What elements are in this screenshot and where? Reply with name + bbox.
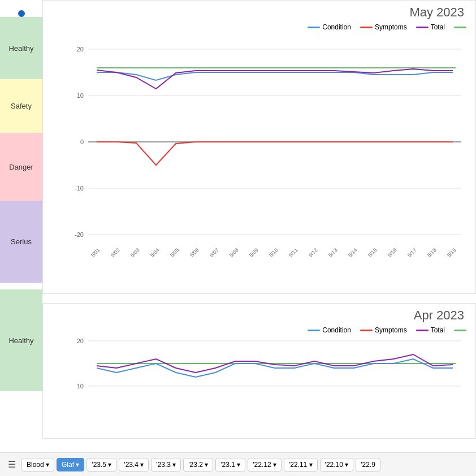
svg-text:5/17: 5/17: [406, 247, 417, 258]
svg-text:-10: -10: [75, 185, 84, 192]
toolbar-22-10[interactable]: '22.10 ▾: [320, 458, 354, 471]
svg-text:5/12: 5/12: [308, 247, 318, 258]
sidebar-healthy-2: Healthy: [0, 289, 42, 391]
sidebar-serius: Serius: [0, 201, 42, 283]
svg-text:5/05: 5/05: [169, 247, 180, 258]
toolbar-23-2[interactable]: '23.2 ▾: [183, 458, 213, 471]
svg-text:5/11: 5/11: [288, 247, 298, 258]
toolbar: ☰ Blood ▾ Glaf ▾ '23.5 ▾ '23.4 ▾ '23.3 ▾…: [0, 452, 476, 476]
chart1-legend: Condition Symptoms Total: [43, 20, 475, 32]
toolbar-22-11[interactable]: '22.11 ▾: [284, 458, 318, 471]
svg-text:5/07: 5/07: [209, 247, 219, 258]
legend-total-label: Total: [431, 23, 445, 31]
svg-text:5/06: 5/06: [189, 247, 200, 258]
legend2-symptoms: Symptoms: [360, 326, 407, 334]
chart2-legend: Condition Symptoms Total: [43, 323, 475, 335]
svg-text:20: 20: [77, 46, 84, 53]
svg-text:10: 10: [77, 92, 84, 99]
svg-text:20: 20: [77, 337, 84, 344]
chart2-svg-wrap: 20 10: [43, 335, 475, 422]
svg-text:5/04: 5/04: [149, 247, 160, 258]
sidebar: Healthy Safety Danger Serius Healthy: [0, 0, 42, 452]
legend2-green: [454, 330, 466, 331]
legend2-condition: Condition: [308, 326, 351, 334]
svg-text:5/09: 5/09: [248, 247, 259, 258]
toolbar-glaf[interactable]: Glaf ▾: [57, 458, 84, 471]
svg-text:5/18: 5/18: [426, 247, 437, 258]
svg-text:5/03: 5/03: [129, 247, 140, 258]
toolbar-23-1[interactable]: '23.1 ▾: [215, 458, 245, 471]
menu-icon[interactable]: ☰: [5, 457, 19, 472]
svg-text:5/19: 5/19: [446, 247, 457, 258]
svg-text:5/14: 5/14: [347, 247, 358, 258]
svg-text:5/01: 5/01: [90, 247, 101, 258]
svg-text:5/16: 5/16: [387, 247, 397, 258]
toolbar-23-5[interactable]: '23.5 ▾: [86, 458, 116, 471]
svg-text:0: 0: [80, 139, 84, 145]
chart1-title: May 2023: [43, 1, 475, 20]
svg-text:5/15: 5/15: [367, 247, 378, 258]
toolbar-blood[interactable]: Blood ▾: [21, 458, 54, 471]
svg-text:5/08: 5/08: [228, 247, 239, 258]
toolbar-22-12[interactable]: '22.12 ▾: [248, 458, 282, 471]
svg-text:5/13: 5/13: [327, 247, 338, 258]
chart-apr-2023: Apr 2023 Condition Symptoms Total: [42, 303, 476, 439]
svg-text:-20: -20: [75, 231, 84, 238]
legend-total: Total: [416, 23, 445, 31]
legend2-symptoms-label: Symptoms: [375, 326, 407, 334]
chart1-svg-wrap: 20 10 0 -10 -20 5/01 5/02 5/03 5/04 5/05…: [43, 32, 475, 272]
charts-area: May 2023 Condition Symptoms Total: [42, 0, 476, 452]
sidebar-safety: Safety: [0, 79, 42, 133]
legend-green: [454, 27, 466, 28]
svg-text:10: 10: [77, 383, 84, 390]
legend-symptoms: Symptoms: [360, 23, 407, 31]
legend-condition-label: Condition: [322, 23, 351, 31]
legend2-condition-label: Condition: [322, 326, 351, 334]
toolbar-23-4[interactable]: '23.4 ▾: [119, 458, 149, 471]
toolbar-22-9[interactable]: '22.9: [356, 458, 380, 471]
svg-text:5/10: 5/10: [268, 247, 279, 258]
legend2-total-label: Total: [431, 326, 445, 334]
chart1-svg: 20 10 0 -10 -20 5/01 5/02 5/03 5/04 5/05…: [66, 32, 461, 270]
legend2-total: Total: [416, 326, 445, 334]
sidebar-healthy: Healthy: [0, 17, 42, 79]
chart2-svg: 20 10: [66, 335, 461, 420]
legend-symptoms-label: Symptoms: [375, 23, 407, 31]
svg-text:5/02: 5/02: [110, 247, 120, 258]
chart-may-2023: May 2023 Condition Symptoms Total: [42, 0, 476, 294]
legend-condition: Condition: [308, 23, 351, 31]
toolbar-23-3[interactable]: '23.3 ▾: [151, 458, 181, 471]
chart2-title: Apr 2023: [43, 304, 475, 323]
sidebar-danger: Danger: [0, 133, 42, 201]
